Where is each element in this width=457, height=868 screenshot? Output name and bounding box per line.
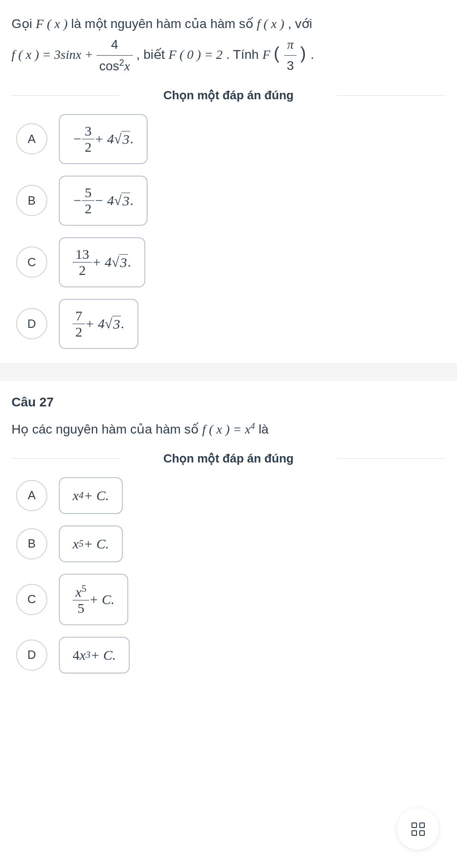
rest: + C. [84, 536, 109, 552]
base: x [80, 647, 86, 663]
options-q1: A − 3 2 + 4√3. B − 5 2 − 4√3. [11, 114, 446, 349]
base: x [73, 488, 79, 503]
sqrt-sign: √ [105, 316, 112, 331]
math-fx: f ( x ) [257, 17, 284, 31]
option-A[interactable]: A x4 + C. [16, 477, 446, 514]
question-2: Câu 27 Họ các nguyên hàm của hàm số f ( … [0, 381, 457, 687]
option-circle-A[interactable]: A [16, 123, 47, 154]
den: 2 [82, 201, 94, 217]
text: là một nguyên hàm của hàm số [71, 17, 257, 31]
fraction: 13 2 [73, 246, 92, 278]
option-C[interactable]: C 13 2 + 4√3. [16, 237, 446, 287]
suffix: . [121, 316, 125, 331]
fraction: 4 cos2x [97, 34, 133, 77]
sqrt-content: 3 [121, 131, 130, 147]
numerator: 4 [97, 34, 133, 56]
text: Họ các nguyên hàm của hàm số [11, 422, 202, 436]
question-2-title: Câu 27 [11, 395, 446, 410]
option-circle-D[interactable]: D [16, 308, 47, 339]
option-box-A[interactable]: x4 + C. [59, 477, 123, 514]
option-box-B[interactable]: − 5 2 − 4√3. [59, 176, 148, 226]
base: x [73, 536, 79, 552]
option-D[interactable]: D 4x3 + C. [16, 637, 446, 674]
exp: 2 [119, 57, 124, 68]
coef: 4 [73, 647, 80, 663]
num: 13 [73, 246, 92, 263]
math-fx: f ( x ) = x [202, 422, 251, 436]
exp: 4 [251, 421, 255, 431]
option-circle-D[interactable]: D [16, 640, 47, 671]
question-1-text: Gọi F ( x ) là một nguyên hàm của hàm số… [11, 14, 446, 77]
spacer [0, 363, 457, 381]
num: 3 [82, 123, 94, 139]
denominator: cos2x [97, 56, 133, 77]
instruction: Chọn một đáp án đúng [11, 88, 446, 103]
exp: 5 [81, 583, 86, 594]
mid: + 4 [85, 316, 105, 331]
sqrt-sign: √ [112, 254, 119, 270]
option-box-D[interactable]: 7 2 + 4√3. [59, 299, 138, 349]
dot: . [310, 47, 314, 62]
base: x [75, 584, 81, 600]
option-C[interactable]: C x5 5 + C. [16, 574, 446, 625]
rest: + C. [91, 647, 116, 663]
fraction: 5 2 [82, 185, 94, 217]
sqrt-content: 3 [119, 254, 128, 270]
option-B[interactable]: B − 5 2 − 4√3. [16, 176, 446, 226]
num: 7 [73, 308, 85, 324]
mid: + 4 [92, 254, 112, 270]
cos: cos [99, 59, 120, 73]
den: 5 [73, 600, 89, 616]
suffix: . [130, 193, 134, 208]
x: x [124, 59, 130, 73]
paren: ) [300, 44, 310, 63]
option-circle-B[interactable]: B [16, 528, 47, 560]
den: 2 [73, 263, 92, 278]
text: . Tính [226, 47, 263, 62]
option-circle-A[interactable]: A [16, 480, 47, 511]
text: là [258, 422, 268, 436]
math-eq: f ( x ) = 3sinx + [11, 47, 97, 62]
sqrt-sign: √ [114, 193, 121, 208]
exp: 3 [86, 649, 91, 661]
option-box-B[interactable]: x5 + C. [59, 525, 123, 562]
option-box-C[interactable]: x5 5 + C. [59, 574, 128, 625]
math-F: F [263, 47, 270, 62]
den: 2 [73, 324, 85, 340]
option-D[interactable]: D 7 2 + 4√3. [16, 299, 446, 349]
text: , với [288, 17, 312, 31]
sqrt-sign: √ [114, 131, 121, 147]
rest: + C. [89, 592, 114, 607]
mid: + 4 [94, 131, 114, 147]
suffix: . [130, 131, 134, 147]
den: 2 [82, 139, 94, 155]
question-2-text: Họ các nguyên hàm của hàm số f ( x ) = x… [11, 419, 446, 440]
text: Gọi [11, 17, 36, 31]
rest: + C. [84, 488, 109, 503]
option-box-A[interactable]: − 3 2 + 4√3. [59, 114, 148, 164]
sqrt-content: 3 [121, 193, 130, 209]
num: x5 [73, 583, 89, 600]
suffix: . [128, 254, 131, 270]
fraction: 3 2 [82, 123, 94, 155]
option-circle-C[interactable]: C [16, 246, 47, 278]
paren: ( [274, 44, 284, 63]
fraction-pi3: π 3 [284, 34, 297, 76]
option-box-D[interactable]: 4x3 + C. [59, 637, 130, 674]
prefix: − [73, 131, 82, 147]
question-1: Gọi F ( x ) là một nguyên hàm của hàm số… [0, 0, 457, 363]
mid: − 4 [94, 193, 114, 208]
sqrt-content: 3 [112, 316, 121, 332]
pi: π [284, 34, 297, 56]
fraction: 7 2 [73, 308, 85, 340]
option-A[interactable]: A − 3 2 + 4√3. [16, 114, 446, 164]
option-circle-B[interactable]: B [16, 185, 47, 216]
prefix: − [73, 193, 82, 208]
text: , biết [136, 47, 168, 62]
option-circle-C[interactable]: C [16, 584, 47, 615]
option-B[interactable]: B x5 + C. [16, 525, 446, 562]
three: 3 [284, 56, 297, 76]
option-box-C[interactable]: 13 2 + 4√3. [59, 237, 145, 287]
num: 5 [82, 185, 94, 201]
options-q2: A x4 + C. B x5 + C. C x5 5 + C. [11, 477, 446, 674]
